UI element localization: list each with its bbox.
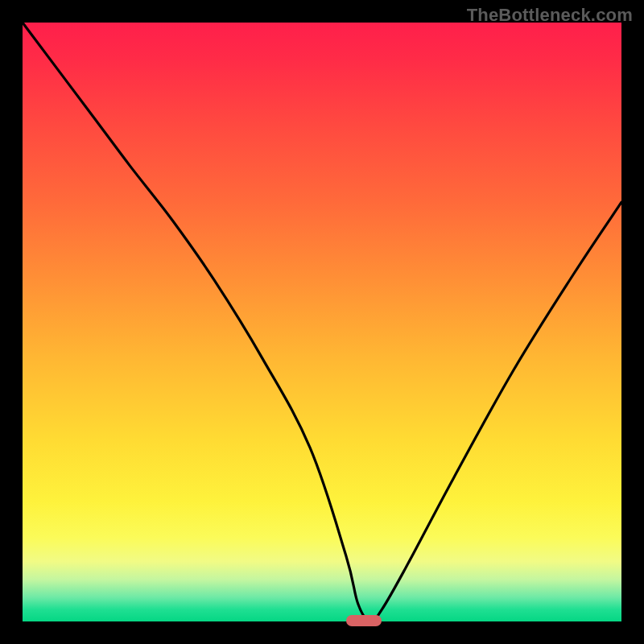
plot-area <box>23 23 621 621</box>
optimal-marker <box>346 615 382 626</box>
curve-svg <box>23 23 621 621</box>
bottleneck-curve <box>23 23 621 621</box>
chart-frame: TheBottleneck.com <box>0 0 644 644</box>
watermark-text: TheBottleneck.com <box>467 5 633 26</box>
